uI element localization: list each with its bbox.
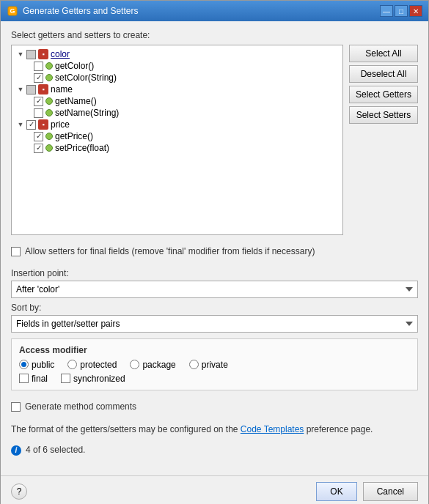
selected-count: 4 of 6 selected. bbox=[26, 444, 85, 456]
dialog-icon: G bbox=[7, 5, 18, 17]
method-dot-setprice bbox=[45, 144, 53, 152]
radio-package[interactable]: package bbox=[130, 360, 175, 370]
bottom-section: The format of the getters/setters may be… bbox=[11, 423, 418, 462]
method-dot-getprice bbox=[45, 133, 53, 140]
sort-by-dropdown[interactable]: Fields in getter/setter pairs Getters th… bbox=[11, 315, 418, 333]
final-checkbox-item[interactable]: final bbox=[19, 374, 48, 384]
tree-item-getcolor[interactable]: getColor() bbox=[13, 60, 341, 72]
synchronized-checkbox-item[interactable]: synchronized bbox=[61, 374, 125, 384]
sort-by-label: Sort by: bbox=[11, 303, 418, 313]
tree-label-getname: getName() bbox=[55, 96, 97, 106]
insertion-point-group: Insertion point: After 'color' After 'na… bbox=[11, 268, 418, 298]
restore-button[interactable]: □ bbox=[395, 5, 408, 17]
method-dot-getname bbox=[45, 97, 53, 105]
dialog-title: Generate Getters and Setters bbox=[23, 6, 375, 16]
radio-public-label: public bbox=[32, 360, 54, 370]
modifier-check-row: final synchronized bbox=[19, 374, 410, 384]
expand-icon-name: ▼ bbox=[16, 85, 25, 94]
dialog-body: Select getters and setters to create: ▼ … bbox=[1, 21, 428, 475]
tree-item-name[interactable]: ▼ ▪ name bbox=[13, 84, 341, 95]
footer-right: OK Cancel bbox=[316, 482, 418, 501]
info-row: i 4 of 6 selected. bbox=[11, 440, 418, 461]
tree-item-setcolor[interactable]: setColor(String) bbox=[13, 72, 341, 84]
allow-setters-label: Allow setters for final fields (remove '… bbox=[25, 245, 315, 258]
dialog-footer: ? OK Cancel bbox=[1, 475, 428, 504]
tree-label-price: price bbox=[51, 119, 70, 130]
synchronized-checkbox[interactable] bbox=[61, 374, 70, 383]
radio-row: public protected package private bbox=[19, 360, 410, 370]
radio-package-label: package bbox=[142, 360, 175, 370]
title-bar: G Generate Getters and Setters — □ ✕ bbox=[1, 1, 428, 21]
tree-label-getprice: getPrice() bbox=[55, 131, 93, 141]
generate-getters-setters-dialog: G Generate Getters and Setters — □ ✕ Sel… bbox=[0, 0, 429, 504]
tree-label-setcolor: setColor(String) bbox=[55, 73, 117, 83]
tree-label-setprice: setPrice(float) bbox=[55, 143, 109, 153]
insertion-point-dropdown[interactable]: After 'color' After 'name' After 'price'… bbox=[11, 281, 418, 298]
info-paragraph: The format of the getters/setters may be… bbox=[11, 423, 418, 436]
synchronized-label: synchronized bbox=[73, 374, 125, 384]
window-controls: — □ ✕ bbox=[380, 5, 422, 17]
info-icon: i bbox=[11, 445, 21, 456]
checkbox-color[interactable] bbox=[26, 50, 36, 59]
code-templates-link[interactable]: Code Templates bbox=[241, 424, 304, 434]
radio-private[interactable]: private bbox=[189, 360, 228, 370]
tree-label-setname: setName(String) bbox=[55, 108, 119, 118]
final-label: final bbox=[32, 374, 48, 384]
checkbox-getcolor[interactable] bbox=[34, 62, 43, 71]
cancel-button[interactable]: Cancel bbox=[363, 482, 418, 501]
radio-public[interactable]: public bbox=[19, 360, 54, 370]
sort-by-group: Sort by: Fields in getter/setter pairs G… bbox=[11, 303, 418, 333]
allow-setters-checkbox[interactable] bbox=[11, 247, 21, 256]
field-icon-color: ▪ bbox=[38, 49, 48, 59]
tree-item-getname[interactable]: getName() bbox=[13, 95, 341, 107]
ok-button[interactable]: OK bbox=[316, 482, 356, 501]
tree-item-setname[interactable]: setName(String) bbox=[13, 107, 341, 119]
tree-label-getcolor: getColor() bbox=[55, 61, 94, 71]
svg-text:G: G bbox=[10, 7, 15, 15]
tree-item-setprice[interactable]: setPrice(float) bbox=[13, 142, 341, 154]
tree-label-name: name bbox=[51, 84, 73, 94]
radio-private-label: private bbox=[202, 360, 228, 370]
method-dot-setcolor bbox=[45, 74, 53, 81]
access-modifier-section: Access modifier public protected package… bbox=[11, 338, 418, 390]
radio-protected[interactable]: protected bbox=[67, 360, 117, 370]
tree-item-color[interactable]: ▼ ▪ color bbox=[13, 48, 341, 60]
checkbox-price[interactable] bbox=[26, 120, 36, 130]
tree-label-color: color bbox=[51, 49, 70, 59]
footer-left: ? bbox=[11, 483, 27, 500]
info-text-before: The format of the getters/setters may be… bbox=[11, 424, 238, 434]
info-text-after: preference page. bbox=[307, 424, 373, 434]
checkbox-getname[interactable] bbox=[34, 97, 43, 106]
checkbox-setprice[interactable] bbox=[34, 144, 43, 153]
radio-protected-circle bbox=[67, 360, 77, 369]
generate-comments-row: Generate method comments bbox=[11, 396, 418, 418]
checkbox-setname[interactable] bbox=[34, 108, 43, 118]
final-checkbox[interactable] bbox=[19, 374, 29, 383]
deselect-all-button[interactable]: Deselect All bbox=[349, 65, 418, 83]
generate-comments-checkbox[interactable] bbox=[11, 402, 21, 412]
select-setters-button[interactable]: Select Setters bbox=[349, 106, 418, 124]
tree-item-price[interactable]: ▼ ▪ price bbox=[13, 119, 341, 130]
checkbox-getprice[interactable] bbox=[34, 132, 43, 141]
radio-package-circle bbox=[130, 360, 139, 369]
insertion-point-label: Insertion point: bbox=[11, 268, 418, 278]
close-button[interactable]: ✕ bbox=[409, 5, 422, 17]
expand-icon-price: ▼ bbox=[16, 120, 25, 129]
side-buttons: Select All Deselect All Select Getters S… bbox=[349, 45, 418, 124]
allow-setters-row: Allow setters for final fields (remove '… bbox=[11, 241, 418, 262]
tree-buttons-row: ▼ ▪ color getColor() setColor(String) bbox=[11, 45, 418, 235]
expand-icon-color: ▼ bbox=[16, 50, 25, 59]
minimize-button[interactable]: — bbox=[380, 5, 393, 17]
access-modifier-title: Access modifier bbox=[19, 345, 410, 355]
field-icon-price: ▪ bbox=[38, 119, 48, 130]
radio-protected-label: protected bbox=[80, 360, 117, 370]
select-all-button[interactable]: Select All bbox=[349, 45, 418, 62]
tree-container[interactable]: ▼ ▪ color getColor() setColor(String) bbox=[11, 45, 343, 235]
tree-item-getprice[interactable]: getPrice() bbox=[13, 130, 341, 142]
select-getters-button[interactable]: Select Getters bbox=[349, 86, 418, 103]
tree-section-label: Select getters and setters to create: bbox=[11, 30, 418, 40]
checkbox-setcolor[interactable] bbox=[34, 73, 43, 83]
checkbox-name[interactable] bbox=[26, 85, 36, 94]
method-dot-getcolor bbox=[45, 62, 53, 70]
help-button[interactable]: ? bbox=[11, 483, 27, 500]
